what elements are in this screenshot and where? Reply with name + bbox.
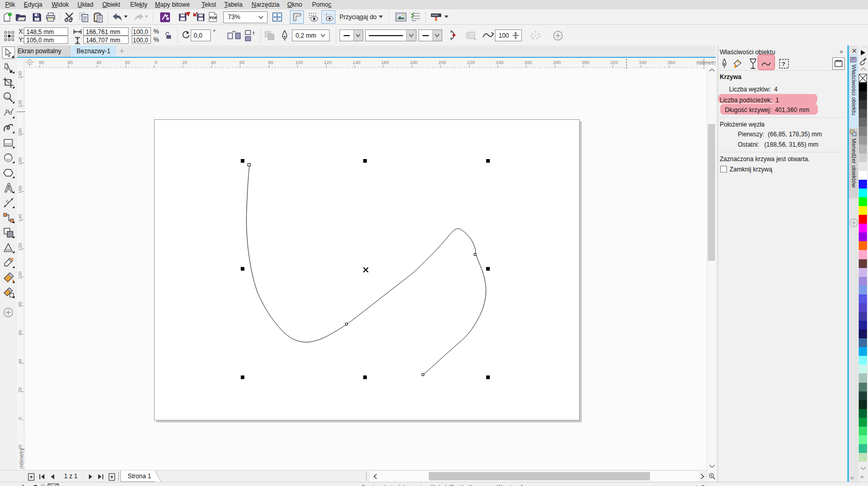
svg-text:?: ?: [782, 61, 785, 67]
